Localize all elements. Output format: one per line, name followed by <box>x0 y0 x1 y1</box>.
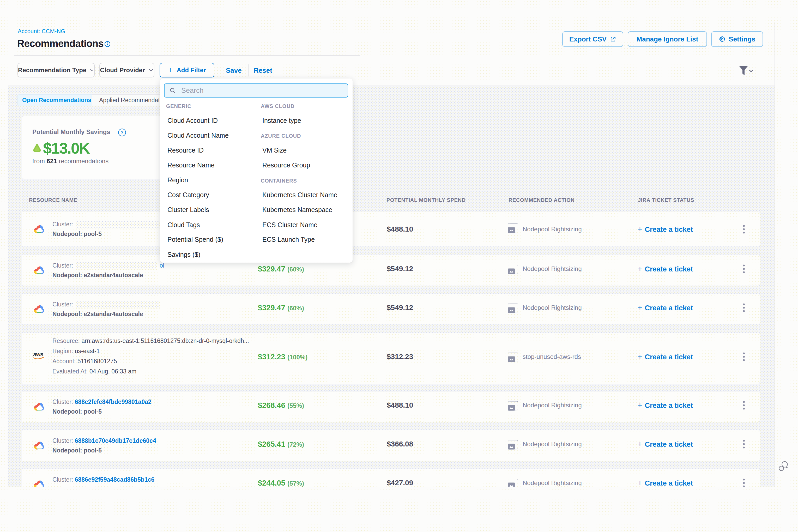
svg-text:aws: aws <box>33 351 43 358</box>
